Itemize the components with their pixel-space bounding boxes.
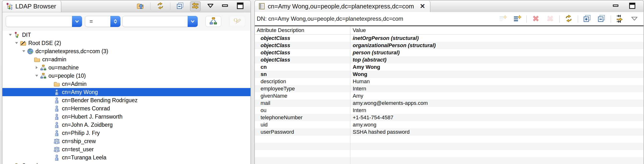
- attribute-value[interactable]: Wong: [350, 71, 644, 78]
- operator-combo[interactable]: =: [85, 16, 120, 27]
- attribute-row[interactable]: telephoneNumber+1-541-754-4587: [255, 114, 644, 121]
- chevron-down-icon[interactable]: [34, 74, 40, 78]
- maximize-button[interactable]: [235, 2, 245, 11]
- maximize-button[interactable]: [627, 2, 637, 11]
- attribute-name[interactable]: employeeType: [255, 85, 350, 92]
- attribute-name[interactable]: [255, 136, 350, 143]
- attribute-row[interactable]: mailamy.wong@elements-apps.com: [255, 100, 644, 107]
- attribute-value[interactable]: top (abstract): [350, 56, 644, 64]
- attribute-value[interactable]: +1-541-754-4587: [350, 114, 644, 121]
- tree-item[interactable]: cn=ship_crew: [2, 137, 250, 145]
- tree-item[interactable]: cn=John A. Zoidberg: [2, 121, 250, 129]
- attribute-value[interactable]: [350, 157, 644, 164]
- attribute-value[interactable]: inetOrgPerson (structural): [350, 35, 644, 42]
- attribute-name[interactable]: givenName: [255, 92, 350, 100]
- tree-item[interactable]: cn=Hermes Conrad: [2, 104, 250, 112]
- minimize-button[interactable]: [220, 2, 230, 11]
- attribute-row[interactable]: descriptionHuman: [255, 78, 644, 85]
- attribute-name[interactable]: mail: [255, 100, 350, 107]
- attribute-name[interactable]: objectClass: [255, 56, 350, 64]
- chevron-right-icon[interactable]: [34, 66, 40, 70]
- new-value-button[interactable]: [498, 14, 508, 24]
- tab-ldap-browser[interactable]: LDAP LDAP Browser: [2, 1, 62, 12]
- tree-item[interactable]: ou=machine: [2, 64, 250, 72]
- attribute-row[interactable]: [255, 157, 644, 164]
- refresh-button[interactable]: [564, 14, 574, 24]
- attribute-row[interactable]: cnAmy Wong: [255, 64, 644, 71]
- attribute-value[interactable]: SSHA hashed password: [350, 128, 644, 136]
- tab-entry-editor[interactable]: cn=Amy Wong,ou=people,dc=planetexpress,d…: [255, 1, 430, 12]
- attribute-value[interactable]: Intern: [350, 85, 644, 92]
- value-filter-value[interactable]: [122, 16, 187, 27]
- attribute-name[interactable]: objectClass: [255, 49, 350, 56]
- collapse-all-button[interactable]: [175, 2, 185, 11]
- attribute-row[interactable]: userPasswordSSHA hashed password: [255, 128, 644, 136]
- attribute-value[interactable]: Amy Wong: [350, 64, 644, 71]
- search-edit-button[interactable]: Q: [230, 16, 245, 27]
- attribute-name[interactable]: [255, 143, 350, 150]
- attribute-row[interactable]: objectClassperson (structural): [255, 49, 644, 56]
- attribute-value[interactable]: Human: [350, 78, 644, 85]
- attribute-name[interactable]: cn: [255, 64, 350, 71]
- double-arrow-right-button[interactable]: [615, 14, 625, 24]
- tree-item[interactable]: cn=Turanga Leela: [2, 153, 250, 161]
- attribute-row[interactable]: objectClassorganizationalPerson (structu…: [255, 42, 644, 49]
- attribute-row[interactable]: [255, 143, 644, 150]
- attribute-value[interactable]: amy.wong: [350, 121, 644, 128]
- attribute-name[interactable]: objectClass: [255, 35, 350, 42]
- minimize-button[interactable]: [611, 2, 621, 11]
- attribute-name[interactable]: description: [255, 78, 350, 85]
- attribute-name[interactable]: telephoneNumber: [255, 114, 350, 121]
- collapse-all-button[interactable]: [596, 14, 607, 24]
- tree-item[interactable]: cn=Amy Wong: [2, 88, 250, 96]
- chevron-down-icon[interactable]: [21, 49, 27, 53]
- tree-item[interactable]: Searches: [2, 161, 250, 164]
- attribute-row[interactable]: ouIntern: [255, 107, 644, 114]
- attribute-name[interactable]: ou: [255, 107, 350, 114]
- expand-all-button[interactable]: [582, 14, 592, 24]
- tree-item[interactable]: cn=Admin: [2, 80, 250, 88]
- attribute-name[interactable]: userPassword: [255, 128, 350, 136]
- new-attribute-button[interactable]: [512, 14, 522, 24]
- attribute-row[interactable]: [255, 136, 644, 143]
- attribute-filter-combo[interactable]: [6, 16, 82, 27]
- column-header-value[interactable]: Value: [350, 26, 644, 34]
- attribute-value[interactable]: Amy: [350, 92, 644, 100]
- tree-item[interactable]: cn=Hubert J. Farnsworth: [2, 112, 250, 121]
- attribute-value[interactable]: [350, 150, 644, 157]
- up-button[interactable]: [135, 2, 146, 11]
- tree-item[interactable]: cn=Philip J. Fry: [2, 129, 250, 137]
- attribute-value[interactable]: organizationalPerson (structural): [350, 42, 644, 49]
- attribute-value[interactable]: person (structural): [350, 49, 644, 56]
- attribute-value[interactable]: Intern: [350, 107, 644, 114]
- close-icon[interactable]: ✕: [420, 3, 425, 10]
- attribute-row[interactable]: employeeTypeIntern: [255, 85, 644, 92]
- attribute-name[interactable]: objectClass: [255, 42, 350, 49]
- attribute-row[interactable]: objectClassinetOrgPerson (structural): [255, 35, 644, 42]
- link-with-editor-button[interactable]: [190, 1, 200, 11]
- attribute-filter-value[interactable]: [6, 16, 71, 27]
- attribute-row[interactable]: givenNameAmy: [255, 92, 644, 100]
- tree-item[interactable]: DIT: [2, 31, 250, 39]
- chevron-down-icon[interactable]: [14, 41, 20, 45]
- attribute-value[interactable]: amy.wong@elements-apps.com: [350, 100, 644, 107]
- operator-value[interactable]: =: [85, 16, 110, 27]
- tree-item[interactable]: cn=Bender Bending Rodríguez: [2, 96, 250, 104]
- attribute-name[interactable]: uid: [255, 121, 350, 128]
- tree-item[interactable]: cn=admin: [2, 55, 250, 64]
- attribute-row[interactable]: uidamy.wong: [255, 121, 644, 128]
- attribute-value[interactable]: [350, 143, 644, 150]
- attribute-value[interactable]: [350, 136, 644, 143]
- attribute-row[interactable]: objectClasstop (abstract): [255, 56, 644, 64]
- delete-button[interactable]: [530, 14, 541, 24]
- attribute-name[interactable]: sn: [255, 71, 350, 78]
- column-header-attribute-description[interactable]: Attribute Description: [255, 26, 350, 34]
- menu-triangle-button[interactable]: [629, 14, 640, 24]
- chevron-down-icon[interactable]: [72, 16, 82, 27]
- delete-all-button[interactable]: [545, 14, 556, 24]
- chevron-up-down-icon[interactable]: [110, 16, 120, 27]
- value-filter-combo[interactable]: [122, 16, 198, 27]
- attribute-row[interactable]: snWong: [255, 71, 644, 78]
- attribute-name[interactable]: [255, 150, 350, 157]
- attribute-row[interactable]: [255, 150, 644, 157]
